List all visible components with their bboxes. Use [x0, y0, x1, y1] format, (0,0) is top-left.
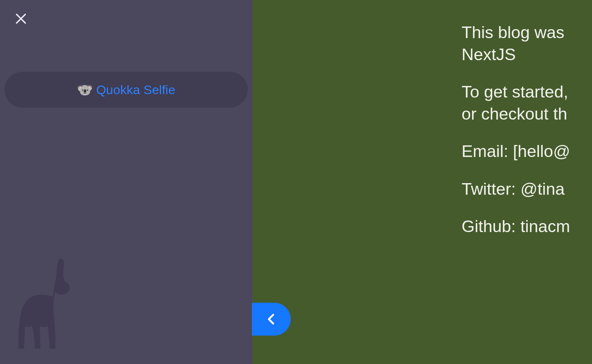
page-content: This blog was NextJS To get started, or … [252, 0, 592, 364]
content-paragraph: Email: [hello@ [462, 141, 592, 163]
content-paragraph: To get started, or checkout th [462, 81, 592, 125]
llama-icon [14, 256, 85, 357]
content-paragraph: This blog was NextJS [462, 22, 592, 65]
content-paragraph: Github: tinacm [462, 216, 592, 238]
close-button[interactable] [11, 9, 31, 28]
tina-llama-logo [14, 256, 85, 357]
collapse-sidebar-button[interactable] [252, 303, 291, 336]
close-icon [13, 11, 28, 26]
content-paragraph: Twitter: @tina [462, 178, 592, 200]
title-input[interactable] [4, 72, 248, 108]
editor-sidebar [0, 0, 252, 364]
form-area [4, 72, 248, 108]
chevron-left-icon [264, 312, 279, 327]
